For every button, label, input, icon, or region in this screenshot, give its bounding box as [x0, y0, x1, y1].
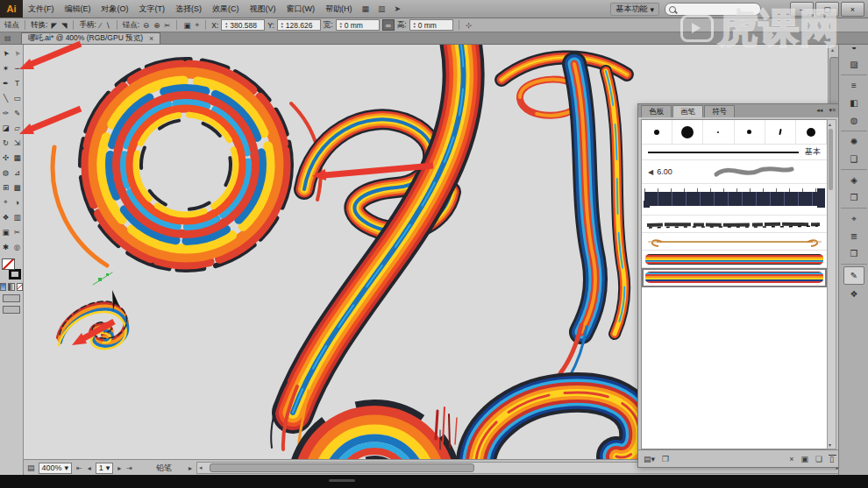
menu-object[interactable]: 对象(O): [96, 0, 134, 18]
magic-wand-tool[interactable]: ✶: [0, 60, 11, 75]
transform-icon[interactable]: ⊹: [465, 21, 473, 30]
convert-to-corner-icon[interactable]: ◤: [50, 21, 58, 30]
show-handles-icon[interactable]: ∕: [99, 21, 102, 30]
hand-tool[interactable]: ✱: [0, 239, 11, 254]
artboard-tool[interactable]: ▣: [0, 224, 11, 239]
menu-effect[interactable]: 效果(C): [207, 0, 245, 18]
scroll-up-icon[interactable]: ▴: [831, 46, 834, 53]
last-artboard-button[interactable]: ⇥: [125, 464, 133, 472]
fill-swatch[interactable]: [2, 258, 15, 270]
align-panel-icon[interactable]: ≣: [844, 228, 864, 244]
artboard-number-select[interactable]: 1 ▾: [96, 463, 114, 474]
arrow-line-brush-row[interactable]: [642, 233, 827, 251]
pathfinder-panel-icon[interactable]: ❒: [844, 245, 864, 262]
shape-builder-tool[interactable]: ◍: [0, 165, 11, 180]
blob-brush-tool[interactable]: ◪: [0, 120, 11, 135]
tab-corner-icon[interactable]: ▤: [4, 34, 11, 42]
app-grid-icon[interactable]: ▦: [358, 4, 374, 13]
hide-handles-icon[interactable]: ∖: [104, 21, 110, 30]
previous-artboard-button[interactable]: ◂: [87, 464, 92, 472]
brushes-panel-icon[interactable]: ✎: [843, 266, 864, 285]
eyedropper-tool[interactable]: ⌖: [0, 194, 11, 209]
status-menu-icon[interactable]: ▸: [188, 464, 193, 472]
line-segment-tool[interactable]: ╲: [0, 90, 11, 105]
convert-to-smooth-icon[interactable]: ◥: [60, 21, 68, 30]
arrange-documents-icon[interactable]: ▥: [374, 4, 390, 13]
menu-type[interactable]: 文字(T): [134, 0, 171, 18]
drawing-modes-button[interactable]: [3, 294, 20, 302]
screen-mode-button[interactable]: [3, 306, 20, 314]
libraries-panel-icon[interactable]: ❐: [662, 455, 669, 463]
brush-item[interactable]: [642, 120, 672, 144]
panel-scroll-thumb[interactable]: [829, 129, 833, 190]
first-artboard-button[interactable]: ⇤: [75, 464, 83, 472]
basic-brush-row[interactable]: 基本: [642, 145, 827, 160]
brush-item[interactable]: [672, 120, 703, 144]
stroke-swatch[interactable]: [9, 269, 21, 279]
pen-tool[interactable]: ✒: [0, 75, 11, 90]
document-tab[interactable]: 哪吒.ai* @ 400% (RGB/GPU 预览) ×: [21, 32, 160, 44]
close-button[interactable]: ×: [841, 2, 864, 17]
add-anchor-icon[interactable]: ⊕: [153, 21, 160, 30]
mesh-tool[interactable]: ⊞: [0, 180, 11, 194]
scroll-down-icon[interactable]: ▾: [829, 442, 831, 448]
none-button[interactable]: [17, 283, 23, 291]
tab-swatches[interactable]: 色板: [641, 105, 672, 117]
options-of-selected-object-icon[interactable]: ▣: [800, 455, 808, 463]
fill-stroke-indicator[interactable]: [2, 258, 21, 279]
delete-brush-icon[interactable]: ▯: [829, 455, 834, 463]
restore-button[interactable]: ▢: [815, 2, 839, 17]
new-brush-icon[interactable]: ❏: [815, 455, 822, 463]
brush-item[interactable]: [735, 120, 765, 144]
constrain-link-icon[interactable]: ∞: [382, 19, 395, 31]
selection-tool[interactable]: ➤: [0, 46, 11, 60]
remove-brush-stroke-icon[interactable]: ×: [789, 455, 793, 463]
tab-symbols[interactable]: 符号: [704, 105, 735, 117]
transparency-panel-icon[interactable]: ◍: [844, 112, 864, 129]
symbol-sprayer-tool[interactable]: ❖: [0, 209, 11, 224]
menu-view[interactable]: 视图(V): [245, 0, 281, 18]
arrange-documents-icon[interactable]: ▤: [27, 463, 35, 472]
workspace-switcher[interactable]: 基本功能 ▾: [610, 3, 659, 16]
stroke-panel-icon[interactable]: ≡: [844, 77, 864, 94]
brush-item[interactable]: [796, 120, 827, 144]
rotate-tool[interactable]: ↻: [0, 135, 11, 150]
search-field[interactable]: [665, 3, 761, 16]
type-tool[interactable]: T: [11, 75, 23, 90]
slice-tool[interactable]: ✂: [11, 224, 23, 239]
collapse-panel-icon[interactable]: ◂◂: [816, 107, 822, 114]
gradient-tool[interactable]: ▩: [11, 180, 23, 194]
stepper-icon[interactable]: ▲▼: [224, 22, 228, 27]
minimize-button[interactable]: –: [790, 2, 814, 17]
panel-menu-icon[interactable]: ▾≡: [829, 107, 836, 114]
brush-item[interactable]: [765, 120, 796, 144]
gradient-panel-icon[interactable]: ◧: [844, 95, 864, 111]
pencil-tool[interactable]: ✎: [11, 105, 23, 120]
menu-select[interactable]: 选择(S): [170, 0, 207, 18]
menu-edit[interactable]: 编辑(E): [60, 0, 96, 18]
scroll-up-icon[interactable]: ▴: [829, 121, 831, 127]
free-transform-tool[interactable]: ▦: [11, 150, 23, 165]
align-reference-icon[interactable]: ⌖: [194, 20, 200, 30]
menu-file[interactable]: 文件(F): [23, 0, 60, 18]
height-field[interactable]: ▲▼ 0 mm: [409, 19, 453, 31]
tab-brushes[interactable]: 画笔: [672, 105, 703, 117]
cut-path-icon[interactable]: ✂: [163, 21, 171, 30]
pattern-brush-row[interactable]: [642, 184, 827, 216]
paintbrush-tool[interactable]: ✑: [0, 105, 11, 120]
charcoal-brush-row[interactable]: ◀ 6.00: [642, 160, 827, 184]
eraser-tool[interactable]: ▱: [11, 120, 23, 135]
swatches-panel-icon[interactable]: ▨: [844, 56, 864, 73]
color-button[interactable]: [0, 283, 6, 291]
transform-panel-icon[interactable]: ⌖: [844, 210, 864, 227]
column-graph-tool[interactable]: ▥: [11, 209, 23, 224]
stepper-icon[interactable]: ▲▼: [281, 22, 284, 27]
direct-selection-tool[interactable]: ➤: [11, 46, 23, 60]
graphic-styles-panel-icon[interactable]: ❑: [844, 151, 864, 167]
appearance-panel-icon[interactable]: ✺: [844, 133, 864, 150]
rough-charcoal-brush-row[interactable]: [642, 216, 827, 233]
remove-anchor-icon[interactable]: ⊖: [142, 21, 150, 30]
width-tool[interactable]: ✣: [0, 150, 11, 165]
stepper-icon[interactable]: ▲▼: [339, 22, 343, 27]
symbols-panel-icon[interactable]: ❖: [844, 286, 864, 302]
